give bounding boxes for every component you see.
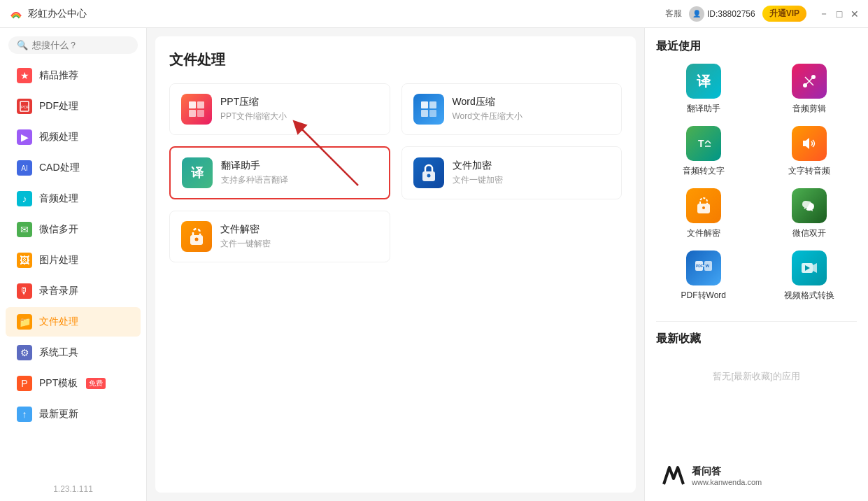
sidebar-item-file[interactable]: 📁 文件处理 (6, 307, 141, 337)
version-label: 1.23.1.111 (0, 477, 146, 501)
sidebar-item-video[interactable]: ▶ 视频处理 (6, 122, 141, 152)
sidebar-item-record[interactable]: 🎙 录音录屏 (6, 276, 141, 306)
ppt-compress-desc: PPT文件缩缩大小 (220, 111, 378, 122)
word-compress-icon (413, 94, 444, 125)
recent-translate[interactable]: 译 翻译助手 (656, 64, 751, 115)
sidebar-label-record: 录音录屏 (39, 285, 78, 297)
translate-icon-box: 译 (182, 157, 213, 188)
recent-file-decrypt-label: 文件解密 (687, 227, 720, 239)
recent-text-audio-label: 文字转音频 (788, 165, 830, 177)
recent-wechat[interactable]: 微信双开 (762, 188, 858, 239)
word-compress-info: Word压缩 Word文件压缩大小 (453, 96, 611, 122)
service-link[interactable]: 客服 (665, 8, 682, 20)
sidebar-item-audio[interactable]: ♪ 音频处理 (6, 184, 141, 213)
recent-translate-icon: 译 (686, 64, 721, 99)
recent-pdf-word-label: PDF转Word (681, 290, 726, 302)
tool-file-decrypt[interactable]: 文件解密 文件一键解密 (169, 211, 390, 262)
close-button[interactable]: ✕ (850, 9, 860, 19)
recent-video-convert-icon (792, 250, 827, 285)
content-panel: 文件处理 PPT压缩 PPT文件缩缩大小 (155, 36, 636, 493)
decrypt-name: 文件解密 (220, 223, 378, 236)
translate-info: 翻译助手 支持多种语言翻译 (221, 160, 378, 186)
wechat-icon: ✉ (17, 222, 32, 237)
main-layout: 🔍 ★ 精品推荐 PDF PDF处理 ▶ 视频处理 AI CAD处理 (0, 28, 868, 501)
recent-file-decrypt-icon (686, 188, 721, 223)
svg-rect-7 (421, 101, 428, 108)
recent-wechat-label: 微信双开 (792, 227, 826, 239)
recent-text-audio-icon (792, 126, 827, 161)
svg-rect-8 (429, 101, 436, 108)
record-icon: 🎙 (17, 283, 32, 299)
recent-video-convert[interactable]: 视频格式转换 (762, 250, 858, 302)
recent-audio-text-icon: T (686, 126, 721, 161)
audio-icon: ♪ (17, 191, 32, 206)
minimize-button[interactable]: － (819, 9, 829, 19)
recent-title: 最近使用 (656, 39, 857, 54)
encrypt-icon-box (413, 157, 444, 188)
content-area: 文件处理 PPT压缩 PPT文件缩缩大小 (147, 28, 644, 501)
tools-grid: PPT压缩 PPT文件缩缩大小 Wo (169, 83, 622, 262)
sidebar-item-wechat[interactable]: ✉ 微信多开 (6, 215, 141, 244)
tool-translate[interactable]: 译 翻译助手 支持多种语言翻译 (169, 146, 390, 199)
maximize-button[interactable]: □ (834, 9, 844, 19)
word-compress-name: Word压缩 (453, 96, 611, 108)
pdf-icon: PDF (17, 99, 32, 114)
video-icon: ▶ (17, 129, 32, 145)
watermark-logo-icon (661, 463, 686, 488)
recent-audio-cut[interactable]: 音频剪辑 (762, 64, 858, 115)
svg-text:PDF: PDF (696, 264, 703, 268)
free-badge: 免费 (86, 378, 106, 389)
translate-name: 翻译助手 (221, 160, 378, 172)
search-input[interactable] (32, 40, 129, 50)
tool-word-compress[interactable]: Word压缩 Word文件压缩大小 (401, 83, 622, 135)
nav-items: ★ 精品推荐 PDF PDF处理 ▶ 视频处理 AI CAD处理 ♪ 音频处理 (0, 59, 146, 477)
sidebar-item-ppt[interactable]: P PPT模板 免费 (6, 369, 141, 398)
app-title: 彩虹办公中心 (28, 8, 87, 20)
sidebar: 🔍 ★ 精品推荐 PDF PDF处理 ▶ 视频处理 AI CAD处理 (0, 28, 147, 501)
svg-text:W: W (705, 264, 709, 268)
rainbow-icon (8, 6, 24, 22)
vip-button[interactable]: 升通VIP (762, 6, 806, 22)
recent-video-convert-label: 视频格式转换 (784, 290, 834, 302)
tool-file-encrypt[interactable]: 文件加密 文件一键加密 (401, 146, 622, 199)
cad-icon: AI (17, 160, 32, 176)
recent-wechat-icon (792, 188, 827, 223)
encrypt-desc: 文件一键加密 (453, 174, 611, 186)
svg-rect-3 (189, 101, 196, 108)
search-box[interactable]: 🔍 (8, 36, 138, 54)
app-logo: 彩虹办公中心 (8, 6, 87, 22)
sidebar-item-system[interactable]: ⚙ 系统工具 (6, 338, 141, 367)
recent-grid: 译 翻译助手 音频剪辑 T (656, 64, 857, 302)
ppt-compress-info: PPT压缩 PPT文件缩缩大小 (220, 96, 378, 122)
sidebar-label-file: 文件处理 (39, 316, 78, 328)
sidebar-item-jingpin[interactable]: ★ 精品推荐 (6, 61, 141, 90)
recent-pdf-word[interactable]: PDF W PDF转Word (656, 250, 751, 302)
titlebar: 彩虹办公中心 客服 👤 ID:38802756 升通VIP － □ ✕ (0, 0, 868, 28)
recent-audio-text-label: 音频转文字 (683, 165, 725, 177)
sidebar-label-update: 最新更新 (39, 408, 78, 421)
image-icon: 🖼 (17, 253, 32, 268)
recent-pdf-word-icon: PDF W (686, 250, 721, 285)
right-panel: 最近使用 译 翻译助手 音频剪辑 (644, 28, 868, 501)
watermark-url: www.kanwenda.com (692, 478, 762, 486)
recent-file-decrypt[interactable]: 文件解密 (656, 188, 751, 239)
no-collection-label: 暂无[最新收藏]的应用 (656, 356, 857, 397)
recent-text-audio[interactable]: 文字转音频 (762, 126, 858, 177)
tool-ppt-compress[interactable]: PPT压缩 PPT文件缩缩大小 (169, 83, 390, 135)
sidebar-item-pdf[interactable]: PDF PDF处理 (6, 92, 141, 121)
svg-point-12 (427, 174, 430, 178)
sidebar-label-ppt: PPT模板 (39, 377, 78, 390)
translate-desc: 支持多种语言翻译 (221, 174, 378, 186)
recent-audio-text[interactable]: T 音频转文字 (656, 126, 751, 177)
sidebar-item-update[interactable]: ↑ 最新更新 (6, 400, 141, 429)
file-icon: 📁 (17, 314, 32, 330)
svg-rect-5 (189, 110, 196, 117)
svg-rect-6 (197, 110, 204, 117)
watermark-text: 看问答 www.kanwenda.com (692, 465, 762, 486)
recent-translate-label: 翻译助手 (687, 103, 720, 115)
sidebar-item-cad[interactable]: AI CAD处理 (6, 153, 141, 183)
ppt-icon: P (17, 376, 32, 391)
sidebar-item-image[interactable]: 🖼 图片处理 (6, 246, 141, 275)
system-icon: ⚙ (17, 345, 32, 360)
sidebar-label-audio: 音频处理 (39, 192, 78, 205)
